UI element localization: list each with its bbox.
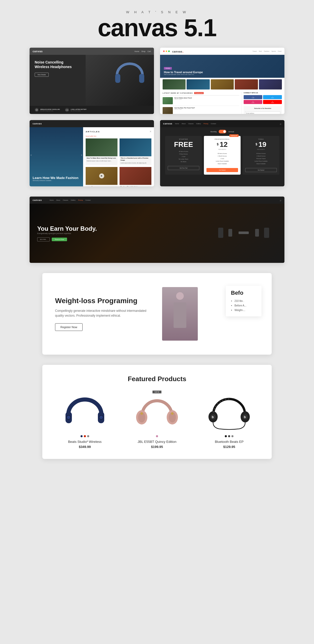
ss2-email-input[interactable] (245, 111, 280, 114)
ss2-thumb-3 (211, 79, 234, 89)
products-title: Featured Products (53, 375, 261, 383)
svg-rect-6 (228, 229, 232, 237)
ss4-plan-price-yoga: $ 19 (245, 141, 277, 148)
ss3-video-body: canvas▶ (86, 185, 117, 186)
ss5-hero-content: You Earn Your Body. Energistically syner… (30, 217, 104, 249)
ss4-plan-button-pro[interactable]: Get Started (206, 168, 238, 172)
ss3-article-card-1: How To Make More travel By Doing Less Di… (86, 138, 117, 165)
ss1-content: Noise CancellingWireless Headphones View… (35, 60, 72, 77)
ss2-facebook[interactable]: f1,249 (244, 95, 263, 99)
ss2-thumbnails (160, 78, 284, 91)
ss2-thumb-2 (187, 79, 210, 89)
weight-item-1: 210 lbs . (234, 299, 256, 303)
svg-point-18 (171, 412, 174, 415)
ss5-search-icon[interactable]: ⌕ (280, 199, 281, 202)
product-price-beats-ep: $129.95 (197, 445, 261, 449)
product-jbl: NEW JBL (125, 391, 189, 449)
svg-text:b: b (244, 415, 246, 419)
ss1-view-details-button[interactable]: View Details (35, 73, 49, 77)
featured-products-section: Featured Products Beats Studio (42, 365, 272, 459)
svg-rect-3 (66, 109, 68, 111)
ss2-featured-badge: Featured (194, 92, 204, 94)
product-name-beats-studio: Beats Studio³ Wireless (53, 440, 117, 444)
weight-before-title: Befo (231, 290, 256, 296)
ss4-search-icon[interactable]: ⌕ (280, 122, 281, 125)
weight-person-image (162, 287, 198, 341)
headphone-hero-icon (113, 59, 146, 92)
ss4-plan-button-starter[interactable]: Get Free Trail (168, 166, 199, 170)
screenshot-pricing: canvas Home About Classes Gallery Pricin… (160, 120, 284, 186)
product-color-swatch[interactable] (87, 435, 89, 437)
weight-before-list: 210 lbs . Before A... Weight-... (231, 299, 256, 313)
person-head (176, 292, 184, 300)
weight-register-button[interactable]: Register Now (55, 323, 83, 331)
ss4-nav-gallery[interactable]: Gallery (196, 123, 201, 124)
product-beats-studio: Beats Studio³ Wireless $349.99 (53, 391, 117, 449)
ss5-nav-gallery[interactable]: Gallery (71, 199, 76, 201)
ss4-toggle-switch[interactable] (219, 130, 226, 133)
ss4-monthly-label: Monthly (211, 131, 217, 133)
ss5-reserve-button[interactable]: Reserve Now (52, 238, 67, 241)
ss2-twitter[interactable]: t3,071 (263, 95, 282, 99)
ss4-annual-label: Annual (228, 131, 234, 133)
product-color-swatch[interactable] (231, 435, 233, 437)
svg-point-19 (140, 412, 143, 415)
ss5-nav-home[interactable]: Home (50, 199, 54, 201)
ss4-plan-professional: POPULAR PROFESSIONAL $ 12 PER MONTH All … (204, 136, 241, 175)
ss5-price-button[interactable]: $15 P/M... (37, 237, 50, 241)
prev-arrow-icon[interactable]: ‹ (31, 153, 32, 157)
product-new-badge: NEW (152, 391, 161, 393)
ss5-nav-contact[interactable]: Contact (85, 199, 91, 201)
product-color-swatch[interactable] (228, 435, 230, 437)
ss5-nav-about[interactable]: About (56, 199, 60, 201)
beats-studio-svg (62, 394, 108, 433)
ss4-toggle-knob (223, 130, 226, 133)
ss4-nav-home[interactable]: Home (175, 123, 179, 124)
ss5-hero-buttons: $15 P/M... Reserve Now (37, 237, 97, 241)
ss2-article-date: June 10, 2018 (174, 109, 195, 110)
ss4-currency-yoga: $ (256, 143, 257, 146)
ss4-nav-about[interactable]: About (182, 123, 186, 124)
product-colors-beats-studio (53, 435, 117, 437)
ss3-hero-title: Learn How We Made Fashion (33, 176, 78, 180)
ss3-card-title-1: How To Make More travel By Doing Less (87, 157, 116, 159)
weight-image-area: Befo 210 lbs . Before A... Weight-... (162, 286, 259, 342)
weight-title: Weight-loss Programing (55, 297, 152, 305)
ss3-category-tag: SomeCoolBiz Tech (86, 135, 151, 137)
ss3-card-body-3: Fashion Week Highlights Lorem ipsum dolo… (120, 185, 151, 186)
weight-content: Weight-loss Programing Compellingly gene… (55, 297, 152, 331)
product-beats-ep: b b Bluetooth Beats EP $129.95 (197, 391, 261, 449)
ss4-nav-pricing[interactable]: Pricing (204, 123, 208, 124)
ss2-dots (163, 50, 170, 52)
ss4-features-pro: All Items Access1 Month Access1 UserLock… (206, 152, 238, 165)
ss4-nav-contact[interactable]: Contact (211, 123, 216, 124)
weight-desc: Compellingly generate interactive mindsh… (55, 308, 152, 318)
product-color-swatch[interactable] (225, 435, 227, 437)
ss3-close-icon[interactable]: × (150, 130, 151, 133)
product-color-swatch[interactable] (84, 435, 86, 437)
ss2-article-item: Get to Follow about Travel June 15, 2018 (163, 97, 239, 106)
ss1-hero-title: Noise CancellingWireless Headphones (35, 60, 72, 69)
ss2-category-badge: TRAVEL (164, 67, 172, 70)
ss4-plan-button-yoga[interactable]: Get Started (245, 168, 277, 172)
ss1-logo: canvas (33, 50, 43, 53)
ss4-nav-links: Home About Classes Gallery Pricing Conta… (175, 123, 216, 124)
product-color-swatch[interactable] (156, 435, 158, 437)
ss4-nav-classes[interactable]: Classes (188, 123, 193, 124)
ss1-nav-link: Shop (141, 50, 145, 52)
ss2-nav-link: Travel (252, 50, 256, 52)
next-arrow-icon[interactable]: › (81, 153, 82, 157)
ss3-hero-text: Learn How We Made Fashion Seriously enha… (33, 176, 78, 181)
ss5-hero-title: You Earn Your Body. (37, 225, 97, 233)
ss2-youtube[interactable]: yt8,600 (263, 100, 282, 104)
play-button-icon[interactable]: ▶ (99, 173, 104, 178)
ss2-instagram[interactable]: in4,750 (244, 100, 263, 104)
ss5-hero-section: You Earn Your Body. Energistically syner… (30, 204, 284, 263)
ss3-card-body-1: How To Make More travel By Doing Less Di… (86, 156, 117, 163)
ss5-nav-classes[interactable]: Classes (63, 199, 68, 201)
ss5-nav-links: Home About Classes Gallery Pricing Conta… (50, 199, 91, 201)
ss5-nav-pricing[interactable]: Pricing (78, 199, 83, 201)
svg-rect-8 (255, 229, 259, 237)
svg-rect-7 (218, 228, 223, 238)
product-color-swatch[interactable] (81, 435, 83, 437)
